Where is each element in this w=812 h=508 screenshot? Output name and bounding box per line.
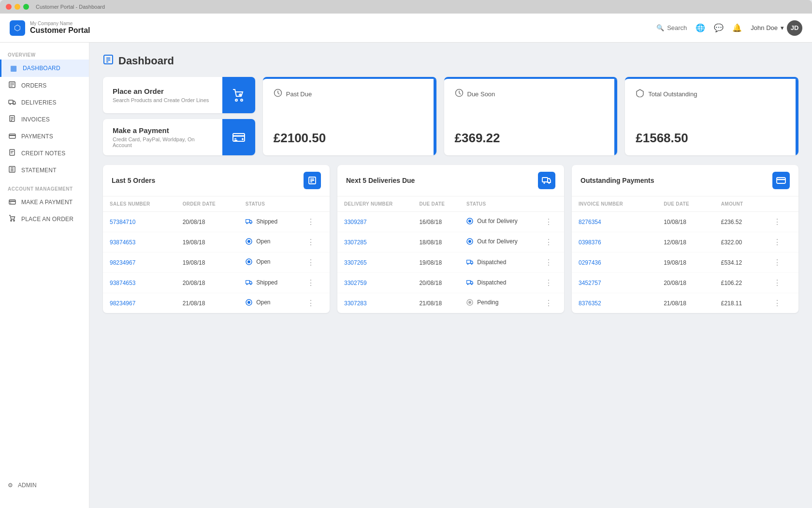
more-options-btn[interactable]: ⋮ bbox=[307, 258, 315, 267]
sidebar-item-dashboard[interactable]: ▦ DASHBOARD bbox=[0, 60, 89, 77]
order-link[interactable]: 93874653 bbox=[110, 239, 135, 246]
sidebar-item-invoices[interactable]: INVOICES bbox=[0, 111, 89, 128]
more-options-btn[interactable]: ⋮ bbox=[307, 299, 315, 307]
place-order-btn[interactable] bbox=[222, 77, 255, 113]
invoice-link[interactable]: 3452757 bbox=[579, 280, 601, 286]
del-col-date: Due Date bbox=[412, 196, 460, 212]
user-menu[interactable]: John Doe ▾ JD bbox=[751, 20, 802, 36]
sidebar-item-deliveries[interactable]: DELIVERIES bbox=[0, 94, 89, 111]
orders-col-actions bbox=[300, 196, 330, 212]
delivery-date: 16/08/18 bbox=[412, 212, 460, 232]
total-outstanding-card: Total Outstanding £1568.50 bbox=[625, 77, 798, 155]
place-order-title: Place an Order bbox=[113, 87, 213, 95]
payment-more: ⋮ bbox=[767, 212, 798, 232]
table-row: 3307283 21/08/18 Pending ⋮ bbox=[337, 293, 564, 314]
svg-point-71 bbox=[468, 301, 471, 304]
order-number: 93874653 bbox=[103, 273, 176, 293]
sidebar-item-make-payment[interactable]: MAKE A PAYMENT bbox=[0, 194, 89, 210]
deliveries-table-icon bbox=[538, 172, 555, 189]
avatar-initials: JD bbox=[791, 24, 799, 31]
delivery-link[interactable]: 3307285 bbox=[344, 239, 367, 246]
minimize-button[interactable] bbox=[14, 4, 20, 10]
svg-point-61 bbox=[468, 220, 471, 223]
payments-table-icon bbox=[772, 172, 790, 189]
order-status: Open bbox=[239, 293, 300, 314]
more-options-btn[interactable]: ⋮ bbox=[545, 299, 553, 307]
sidebar-admin-item[interactable]: ⚙ ADMIN bbox=[8, 478, 81, 493]
pay-col-amount: Amount bbox=[714, 196, 767, 212]
stat-accent bbox=[614, 79, 617, 155]
delivery-link[interactable]: 3307265 bbox=[344, 259, 367, 266]
more-options-btn[interactable]: ⋮ bbox=[773, 279, 782, 287]
page-header-icon bbox=[103, 54, 114, 67]
sidebar-overview-section: Overview ▦ DASHBOARD ORDERS DELIVERIES bbox=[0, 50, 89, 179]
sidebar-item-credit-notes[interactable]: CREDIT NOTES bbox=[0, 145, 89, 162]
due-soon-header: Due Soon bbox=[455, 89, 607, 99]
avatar: JD bbox=[787, 20, 802, 36]
invoice-link[interactable]: 0297436 bbox=[579, 259, 601, 266]
svg-point-30 bbox=[241, 99, 243, 101]
invoice-link[interactable]: 8376352 bbox=[579, 300, 601, 307]
order-link[interactable]: 98234967 bbox=[110, 300, 135, 307]
due-soon-card: Due Soon £369.22 bbox=[444, 77, 618, 155]
orders-col-status: Status bbox=[239, 196, 300, 212]
sidebar-item-label: DASHBOARD bbox=[23, 65, 60, 72]
make-payment-btn[interactable] bbox=[222, 119, 255, 155]
place-order-card[interactable]: Place an Order Search Products and Creat… bbox=[103, 77, 255, 113]
total-outstanding-value: £1568.50 bbox=[636, 131, 788, 146]
brand-icon: ⬡ bbox=[10, 20, 25, 36]
more-options-btn[interactable]: ⋮ bbox=[307, 238, 315, 246]
globe-icon[interactable]: 🌐 bbox=[696, 23, 705, 32]
chat-icon[interactable]: 💬 bbox=[714, 23, 724, 32]
payment-amount: £218.11 bbox=[714, 293, 767, 314]
order-number: 98234967 bbox=[103, 253, 176, 273]
sidebar-item-place-order[interactable]: PLACE AN ORDER bbox=[0, 210, 89, 227]
due-soon-icon bbox=[455, 89, 464, 99]
table-row: 0398376 12/08/18 £322.00 ⋮ bbox=[572, 232, 798, 253]
order-more: ⋮ bbox=[300, 212, 330, 232]
sidebar-item-orders[interactable]: ORDERS bbox=[0, 77, 89, 94]
delivery-number: 3307265 bbox=[337, 253, 412, 273]
svg-rect-52 bbox=[246, 281, 249, 284]
more-options-btn[interactable]: ⋮ bbox=[773, 238, 782, 246]
search-button[interactable]: 🔍 Search bbox=[656, 24, 687, 31]
del-col-number: Delivery Number bbox=[337, 196, 412, 212]
delivery-date: 18/08/18 bbox=[412, 232, 460, 253]
more-options-btn[interactable]: ⋮ bbox=[545, 238, 553, 246]
deliveries-table-header: Next 5 Deliveries Due bbox=[337, 165, 564, 196]
maximize-button[interactable] bbox=[23, 4, 29, 10]
more-options-btn[interactable]: ⋮ bbox=[307, 218, 315, 226]
delivery-number: 3309287 bbox=[337, 212, 412, 232]
close-button[interactable] bbox=[6, 4, 12, 10]
make-payment-card[interactable]: Make a Payment Credit Card, PayPal, Worl… bbox=[103, 119, 255, 155]
invoice-link[interactable]: 0398376 bbox=[579, 239, 601, 246]
more-options-btn[interactable]: ⋮ bbox=[773, 218, 782, 226]
table-row: 98234967 21/08/18 Open ⋮ bbox=[103, 293, 330, 314]
more-options-btn[interactable]: ⋮ bbox=[545, 258, 553, 267]
delivery-link[interactable]: 3309287 bbox=[344, 219, 367, 225]
sidebar-item-statement[interactable]: STATEMENT bbox=[0, 162, 89, 179]
window-chrome: Customer Portal - Dashboard bbox=[0, 0, 812, 14]
order-more: ⋮ bbox=[300, 293, 330, 314]
more-options-btn[interactable]: ⋮ bbox=[773, 258, 782, 267]
due-soon-value: £369.22 bbox=[455, 131, 607, 146]
sidebar-item-payments[interactable]: PAYMENTS bbox=[0, 128, 89, 145]
order-status: Open bbox=[239, 253, 300, 273]
more-options-btn[interactable]: ⋮ bbox=[545, 279, 553, 287]
sidebar-account-section: Account Management MAKE A PAYMENT PLACE … bbox=[0, 184, 89, 227]
more-options-btn[interactable]: ⋮ bbox=[773, 299, 782, 307]
make-payment-title: Make a Payment bbox=[113, 126, 213, 134]
svg-point-51 bbox=[247, 260, 250, 263]
svg-point-56 bbox=[247, 301, 250, 304]
nav-right: 🔍 Search 🌐 💬 🔔 John Doe ▾ JD bbox=[656, 20, 802, 36]
delivery-link[interactable]: 3307283 bbox=[344, 300, 367, 307]
order-link[interactable]: 98234967 bbox=[110, 259, 135, 266]
invoice-link[interactable]: 8276354 bbox=[579, 219, 601, 225]
payment-date: 12/08/18 bbox=[657, 232, 714, 253]
more-options-btn[interactable]: ⋮ bbox=[545, 218, 553, 226]
bell-icon[interactable]: 🔔 bbox=[732, 23, 742, 32]
more-options-btn[interactable]: ⋮ bbox=[307, 279, 315, 287]
order-link[interactable]: 57384710 bbox=[110, 219, 135, 225]
order-link[interactable]: 93874653 bbox=[110, 280, 135, 286]
delivery-link[interactable]: 3302759 bbox=[344, 280, 367, 286]
